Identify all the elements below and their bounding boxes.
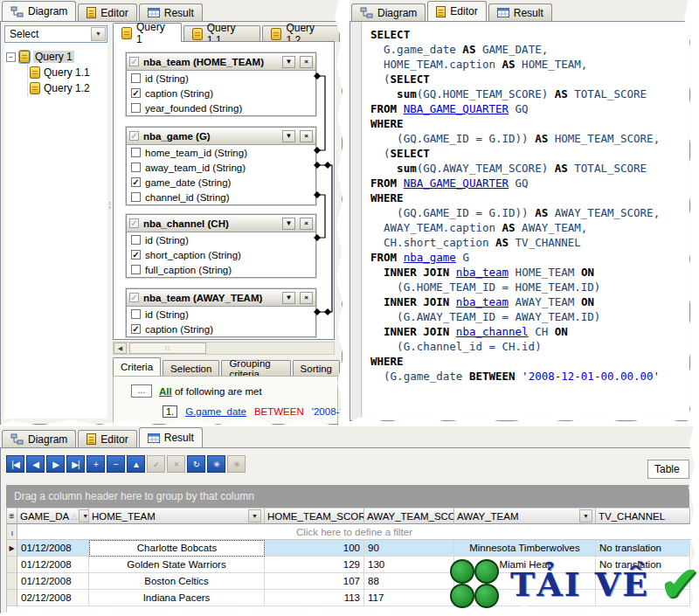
toolbar-refresh-button[interactable]: ↻: [187, 455, 205, 473]
cell[interactable]: 107: [265, 573, 364, 590]
sql-table-link[interactable]: NBA_GAME_QUARTER: [404, 176, 509, 190]
criteria-tab-sorting[interactable]: Sorting: [293, 360, 340, 376]
all-link[interactable]: All: [159, 386, 172, 397]
field-row[interactable]: ✓caption (String): [127, 86, 315, 100]
field-row[interactable]: id (String): [127, 232, 315, 247]
sql-editor[interactable]: SELECT G.game_date AS GAME_DATE, HOME_TE…: [363, 22, 689, 420]
cell[interactable]: 90: [364, 540, 454, 557]
field-checkbox[interactable]: ✓: [131, 324, 141, 334]
table-node-header[interactable]: ✓nba_team (HOME_TEAM)▼×: [127, 53, 315, 71]
cell[interactable]: 130: [364, 557, 454, 573]
field-checkbox[interactable]: ✓: [131, 250, 141, 260]
field-row[interactable]: ✓caption (String): [127, 322, 315, 336]
cell[interactable]: 01/12/2008: [17, 540, 89, 557]
table-view-button[interactable]: Table: [647, 460, 689, 479]
query-tab[interactable]: Query 1.2: [262, 25, 340, 42]
tab-result[interactable]: Result: [488, 3, 552, 21]
query-tab[interactable]: Query 1.1: [183, 25, 261, 42]
cell[interactable]: Indiana Pacers: [89, 590, 265, 606]
toolbar-last-button[interactable]: ▶|: [66, 455, 85, 473]
canvas-h-scrollbar[interactable]: ◀ ⁞⁞: [113, 342, 335, 355]
table-node-header[interactable]: ✓nba_game (G)▼×: [127, 128, 315, 145]
column-header-tv_channel[interactable]: TV_CHANNEL: [596, 508, 690, 524]
field-checkbox[interactable]: [131, 309, 141, 319]
tab-result[interactable]: Result: [139, 3, 203, 21]
cell[interactable]: 01/12/2008: [17, 573, 89, 590]
table-close-button[interactable]: ×: [300, 56, 313, 68]
column-header-home_team_score[interactable]: HOME_TEAM_SCORE▼: [265, 508, 364, 524]
filter-hint[interactable]: Click here to define a filter: [17, 524, 691, 540]
tab-diagram[interactable]: Diagram: [351, 3, 426, 21]
table-checkbox[interactable]: ✓: [129, 57, 139, 66]
sql-table-link[interactable]: NBA_GAME_QUARTER: [404, 102, 509, 115]
cell[interactable]: 88: [364, 573, 454, 590]
cell[interactable]: Charlotte Bobcats: [89, 540, 265, 557]
sql-table-link[interactable]: nba_team: [456, 266, 509, 279]
field-row[interactable]: away_team_id (String): [127, 160, 315, 175]
tree-item-query-1-2[interactable]: Query 1.2: [30, 80, 106, 96]
tab-diagram[interactable]: Diagram: [2, 430, 76, 447]
field-row[interactable]: year_founded (String): [127, 100, 315, 115]
condition-field-link[interactable]: G.game_date: [185, 406, 246, 417]
toolbar-next-button[interactable]: ▶: [46, 455, 65, 473]
field-checkbox[interactable]: [131, 148, 141, 157]
tree-expand-toggle[interactable]: −: [6, 52, 16, 62]
grid-filter-row[interactable]: Click here to define a filter: [7, 524, 691, 540]
table-checkbox[interactable]: ✓: [129, 293, 139, 302]
sql-table-link[interactable]: nba_channel: [456, 325, 529, 338]
tree-item-query-1[interactable]: − Query 1: [6, 49, 106, 65]
cell[interactable]: 117: [364, 590, 454, 606]
table-dropdown-button[interactable]: ▼: [282, 130, 295, 142]
column-header-game_da[interactable]: GAME_DA△▼: [17, 508, 89, 524]
table-close-button[interactable]: ×: [300, 218, 313, 230]
field-checkbox[interactable]: [131, 163, 141, 172]
condition-value-link[interactable]: '2008-12: [312, 406, 350, 417]
query-tab[interactable]: Query 1: [113, 23, 182, 42]
scroll-left-icon[interactable]: ◀: [114, 343, 127, 354]
table-node[interactable]: ✓nba_team (AWAY_TEAM)▼×id (String)✓capti…: [126, 288, 316, 337]
tab-editor[interactable]: Editor: [78, 3, 136, 21]
tree-item-query-1-1[interactable]: Query 1.1: [30, 65, 106, 80]
toolbar-edit-button[interactable]: ▲: [127, 455, 145, 473]
column-filter-dropdown-icon[interactable]: ▼: [248, 509, 261, 523]
table-node[interactable]: ✓nba_game (G)▼×home_team_id (String)away…: [126, 127, 316, 205]
field-checkbox[interactable]: [131, 73, 141, 83]
field-checkbox[interactable]: ✓: [131, 88, 141, 98]
chevron-down-icon[interactable]: ▼: [91, 27, 106, 41]
table-checkbox[interactable]: ✓: [129, 131, 139, 141]
tab-editor[interactable]: Editor: [78, 430, 136, 447]
table-node[interactable]: ✓nba_channel (CH)▼×id (String)✓short_cap…: [126, 214, 316, 278]
column-header-away_team[interactable]: AWAY_TEAM▼: [454, 508, 596, 524]
toolbar-prior-button[interactable]: ◀: [26, 455, 45, 473]
toolbar-delete-button[interactable]: −: [107, 455, 125, 473]
field-checkbox[interactable]: [131, 235, 141, 245]
criteria-tab-selection[interactable]: Selection: [163, 360, 219, 376]
table-dropdown-button[interactable]: ▼: [282, 292, 295, 304]
table-node-header[interactable]: ✓nba_team (AWAY_TEAM)▼×: [127, 289, 315, 307]
field-row[interactable]: full_caption (String): [127, 262, 315, 277]
field-checkbox[interactable]: [131, 192, 141, 202]
criteria-tab-grouping-criteria[interactable]: Grouping criteria: [221, 360, 290, 376]
table-node[interactable]: ✓nba_team (HOME_TEAM)▼×id (String)✓capti…: [126, 52, 316, 116]
sql-table-link[interactable]: nba_team: [456, 295, 509, 308]
table-checkbox[interactable]: ✓: [129, 218, 139, 228]
field-row[interactable]: channel_id (String): [127, 190, 315, 204]
cell[interactable]: Boston Celtics: [89, 573, 265, 590]
cell[interactable]: 02/12/2008: [17, 590, 89, 606]
table-close-button[interactable]: ×: [300, 292, 313, 304]
table-node-header[interactable]: ✓nba_channel (CH)▼×: [127, 215, 315, 232]
column-picker-icon[interactable]: ≡: [7, 508, 17, 524]
table-dropdown-button[interactable]: ▼: [282, 218, 295, 230]
toolbar-filter-button[interactable]: ✳: [207, 455, 225, 473]
toolbar-insert-button[interactable]: +: [87, 455, 105, 473]
cell[interactable]: 113: [265, 590, 364, 606]
tab-diagram[interactable]: Diagram: [2, 1, 76, 21]
table-dropdown-button[interactable]: ▼: [282, 56, 295, 68]
column-filter-dropdown-icon[interactable]: ▼: [579, 509, 592, 523]
column-filter-dropdown-icon[interactable]: ▼: [79, 509, 89, 523]
cell[interactable]: 100: [265, 540, 364, 557]
table-close-button[interactable]: ×: [300, 130, 313, 142]
tab-result[interactable]: Result: [139, 427, 203, 447]
cell[interactable]: 129: [265, 557, 364, 573]
cell[interactable]: Golden State Warriors: [89, 557, 265, 573]
